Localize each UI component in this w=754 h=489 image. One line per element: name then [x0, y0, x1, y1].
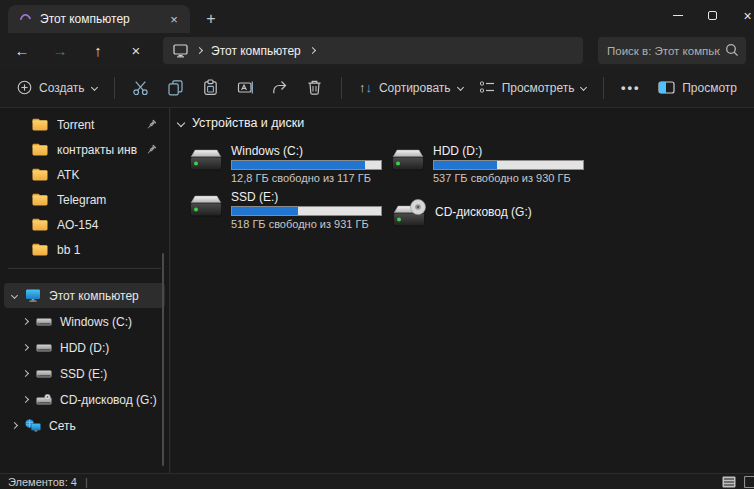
toolbar-divider	[114, 77, 115, 99]
sidebar-item-ao154[interactable]: AO-154	[4, 212, 165, 237]
drive-name: Windows (C:)	[231, 144, 383, 159]
capacity-bar	[433, 160, 584, 170]
sort-arrows-icon: ↑↓	[359, 81, 372, 94]
nav-buttons: ← → ↑ ×	[6, 36, 152, 65]
copy-button[interactable]	[159, 73, 192, 103]
ellipsis-icon: •••	[621, 80, 641, 95]
sidebar-item-label: ATK	[57, 168, 165, 182]
sidebar-item-cd-g[interactable]: CD-дисковод (G:)	[4, 387, 165, 412]
chevron-down-icon	[580, 84, 587, 91]
tab-this-pc[interactable]: Этот компьютер ×	[8, 5, 190, 33]
sidebar-item-bb1[interactable]: bb 1	[4, 237, 165, 262]
view-button[interactable]: Просмотреть	[472, 73, 594, 103]
search-box[interactable]: Поиск в: Этот компьюте	[598, 37, 746, 64]
delete-button[interactable]	[298, 73, 331, 103]
free-space-text: 518 ГБ свободно из 931 ГБ	[231, 218, 383, 230]
sidebar-scrollbar[interactable]	[162, 253, 164, 466]
capacity-bar-fill	[434, 161, 497, 169]
new-button[interactable]: Создать	[10, 73, 104, 103]
details-view-icon	[722, 476, 736, 488]
preview-pane-button[interactable]: Просмотр	[651, 73, 744, 103]
sidebar-item-label: контракты инвойсы	[57, 143, 137, 157]
content-pane: Устройства и диски Windows (C:) 12,8 ГБ …	[171, 108, 754, 473]
folder-icon	[32, 168, 48, 181]
stop-refresh-button[interactable]: ×	[120, 36, 152, 65]
address-bar[interactable]: Этот компьютер	[163, 37, 583, 64]
drive-tile-windows-c[interactable]: Windows (C:) 12,8 ГБ свободно из 117 ГБ	[188, 144, 390, 188]
chevron-right-icon[interactable]	[22, 396, 29, 403]
tab-close-icon[interactable]: ×	[164, 9, 184, 29]
free-space-text: 537 ГБ свободно из 930 ГБ	[433, 172, 585, 184]
sidebar-item-label: bb 1	[57, 243, 165, 257]
sidebar-item-network[interactable]: Сеть	[4, 413, 165, 438]
up-button[interactable]: ↑	[82, 36, 114, 65]
navigation-sidebar: Torrent контракты инвойсы ATK Telegram A…	[0, 108, 170, 473]
status-bar: Элементов: 4 |	[0, 473, 754, 489]
sidebar-item-atk[interactable]: ATK	[4, 162, 165, 187]
minimize-button[interactable]	[660, 0, 695, 31]
paste-button[interactable]	[194, 73, 227, 103]
file-explorer-window: Этот компьютер × + × ← → ↑ × Этот компью…	[0, 0, 754, 489]
drive-tile-cd-g[interactable]: CD-дисковод (G:)	[390, 190, 592, 234]
copy-icon	[167, 79, 184, 96]
preview-pane-icon	[658, 81, 675, 94]
capacity-bar	[231, 206, 382, 216]
sidebar-item-label: HDD (D:)	[60, 341, 109, 355]
chevron-right-icon[interactable]	[22, 318, 29, 325]
trash-icon	[306, 79, 323, 96]
search-icon	[725, 43, 739, 57]
more-options-button[interactable]: •••	[614, 73, 647, 103]
maximize-button[interactable]	[695, 0, 730, 31]
sidebar-item-torrent[interactable]: Torrent	[4, 112, 165, 137]
new-tab-button[interactable]: +	[198, 6, 224, 32]
hard-drive-icon	[188, 147, 224, 173]
new-button-label: Создать	[39, 81, 85, 95]
plus-circle-icon	[17, 80, 32, 95]
command-toolbar: Создать	[0, 68, 754, 108]
minimize-icon	[673, 15, 683, 16]
pin-icon	[146, 144, 157, 155]
pin-icon	[146, 119, 157, 130]
thumbnail-view-button[interactable]	[742, 475, 754, 488]
chevron-down-icon	[457, 84, 464, 91]
rename-icon	[237, 79, 254, 96]
this-pc-icon	[173, 44, 188, 58]
chevron-down-icon[interactable]	[11, 292, 18, 299]
details-view-button[interactable]	[720, 475, 738, 488]
drive-icon	[36, 343, 52, 353]
drive-tile-hdd-d[interactable]: HDD (D:) 537 ГБ свободно из 930 ГБ	[390, 144, 592, 188]
breadcrumb-chevron-icon	[309, 47, 316, 54]
breadcrumb-location[interactable]: Этот компьютер	[211, 44, 301, 58]
share-button[interactable]	[263, 73, 296, 103]
toolbar-divider	[341, 77, 342, 99]
sidebar-item-label: Этот компьютер	[49, 289, 139, 303]
group-header-devices[interactable]: Устройства и диски	[178, 112, 754, 134]
drive-icon	[36, 317, 52, 327]
forward-button[interactable]: →	[44, 36, 76, 65]
folder-icon	[32, 218, 48, 231]
sidebar-item-ssd-e[interactable]: SSD (E:)	[4, 361, 165, 386]
drive-name: SSD (E:)	[231, 190, 383, 205]
chevron-right-icon[interactable]	[11, 422, 18, 429]
close-button[interactable]: ×	[730, 0, 754, 31]
sidebar-item-contracts[interactable]: контракты инвойсы	[4, 137, 165, 162]
drive-tile-ssd-e[interactable]: SSD (E:) 518 ГБ свободно из 931 ГБ	[188, 190, 390, 234]
rename-button[interactable]	[229, 73, 262, 103]
capacity-bar-fill	[232, 207, 298, 215]
back-button[interactable]: ←	[6, 36, 38, 65]
group-header-label: Устройства и диски	[192, 116, 304, 130]
folder-icon	[32, 193, 48, 206]
chevron-right-icon[interactable]	[22, 370, 29, 377]
sidebar-item-label: Windows (C:)	[60, 315, 132, 329]
sidebar-item-telegram[interactable]: Telegram	[4, 187, 165, 212]
cut-button[interactable]	[125, 73, 158, 103]
sidebar-item-hdd-d[interactable]: HDD (D:)	[4, 335, 165, 360]
preview-button-label: Просмотр	[682, 81, 737, 95]
sidebar-item-this-pc[interactable]: Этот компьютер	[4, 283, 165, 308]
sort-button[interactable]: ↑↓ Сортировать	[352, 73, 470, 103]
view-button-label: Просмотреть	[502, 81, 575, 95]
search-placeholder: Поиск в: Этот компьюте	[607, 45, 720, 57]
chevron-right-icon[interactable]	[22, 344, 29, 351]
sidebar-item-windows-c[interactable]: Windows (C:)	[4, 309, 165, 334]
tab-loading-spinner-icon	[18, 11, 33, 26]
